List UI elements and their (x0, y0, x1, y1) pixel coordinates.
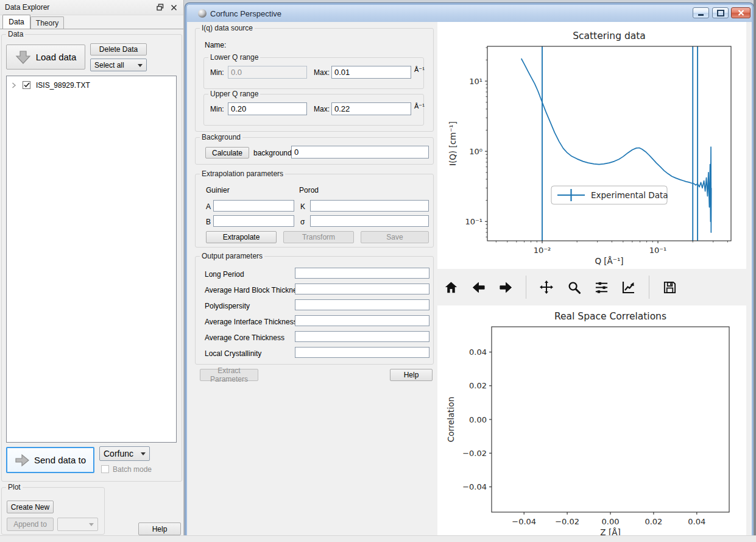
background-group: Background Calculate background (195, 137, 434, 165)
toolbar-separator (526, 276, 526, 299)
guinier-a-label: A (206, 202, 211, 211)
maximize-button[interactable] (712, 7, 729, 18)
load-data-label: Load data (36, 52, 77, 62)
list-item[interactable]: ISIS_98929.TXT (7, 79, 176, 91)
lower-q-range-group: Lower Q range Min: Max: Å⁻¹ (203, 57, 424, 89)
long-period-input[interactable] (295, 268, 429, 279)
avg-interface-input[interactable] (295, 315, 429, 326)
perspective-combo[interactable]: Corfunc (99, 446, 150, 461)
save-icon[interactable] (662, 280, 677, 294)
svg-text:Scattering data: Scattering data (573, 30, 646, 41)
matplotlib-toolbar (437, 269, 746, 305)
svg-text:−0.02: −0.02 (462, 449, 487, 458)
tab-data[interactable]: Data (2, 15, 30, 29)
svg-text:Correlation: Correlation (446, 397, 456, 442)
load-data-button[interactable]: Load data (6, 45, 85, 70)
lower-unit-label: Å⁻¹ (414, 66, 425, 74)
local-crystallinity-input[interactable] (295, 347, 429, 358)
window-titlebar[interactable]: Corfunc Perspective (187, 5, 752, 22)
forward-icon[interactable] (498, 280, 513, 294)
guinier-b-input[interactable] (213, 215, 294, 227)
subplots-icon[interactable] (594, 280, 609, 294)
polydispersity-label: Polydispersity (205, 302, 250, 310)
float-panel-icon[interactable] (155, 2, 165, 12)
expand-chevron-icon[interactable] (12, 82, 16, 88)
polydispersity-input[interactable] (295, 299, 429, 310)
svg-text:0.00: 0.00 (469, 415, 487, 424)
select-all-value: Select all (94, 61, 124, 70)
porod-k-label: K (300, 202, 305, 211)
minimize-icon (698, 14, 704, 16)
plot-groupbox: Plot Create New Append to (1, 487, 105, 535)
guinier-label: Guinier (206, 186, 230, 194)
svg-text:10⁻²: 10⁻² (534, 246, 551, 255)
svg-text:0.02: 0.02 (645, 517, 662, 526)
file-checkbox[interactable] (23, 81, 30, 89)
svg-text:10⁰: 10⁰ (469, 147, 482, 156)
append-plot-combo[interactable] (57, 518, 98, 531)
porod-sigma-input[interactable] (310, 215, 429, 227)
lower-min-input[interactable] (228, 66, 307, 79)
guinier-a-input[interactable] (213, 200, 294, 212)
transform-button[interactable]: Transform (283, 231, 354, 243)
extract-parameters-button[interactable]: Extract Parameters (200, 369, 258, 381)
delete-data-button[interactable]: Delete Data (90, 43, 147, 55)
scattering-chart[interactable]: 10⁻²10⁻¹10¹10⁰10⁻¹Scattering dataQ [Å⁻¹]… (437, 22, 746, 269)
iq-group-label: I(q) data source (200, 24, 255, 32)
pan-icon[interactable] (539, 280, 554, 294)
svg-text:0.00: 0.00 (602, 517, 620, 526)
batch-mode-checkbox[interactable] (101, 465, 109, 473)
extrapolation-group: Extrapolation parameters Guinier Porod A… (195, 174, 434, 248)
avg-core-label: Average Core Thickness (205, 333, 284, 342)
minimize-button[interactable] (693, 7, 709, 18)
correlation-chart[interactable]: −0.04−0.020.000.020.040.040.020.00−0.02−… (437, 305, 746, 537)
statusbar-strip (0, 535, 756, 542)
svg-text:Experimental Data: Experimental Data (591, 190, 668, 200)
select-all-combo[interactable]: Select all (90, 59, 147, 71)
home-icon[interactable] (443, 280, 458, 294)
tab-theory[interactable]: Theory (30, 16, 64, 29)
plot-groupbox-label: Plot (6, 483, 23, 491)
send-data-to-button[interactable]: Send data to (6, 447, 94, 473)
form-help-button[interactable]: Help (390, 369, 433, 381)
upper-max-label: Max: (314, 105, 330, 113)
guinier-b-label: B (206, 218, 211, 226)
app-logo-icon (198, 9, 207, 18)
upper-min-label: Min: (210, 105, 224, 113)
zoom-icon[interactable] (567, 280, 581, 294)
upper-q-range-group: Upper Q range Min: Max: Å⁻¹ (203, 94, 424, 126)
upper-max-input[interactable] (331, 102, 411, 115)
send-arrow-icon (15, 454, 29, 467)
close-button[interactable] (731, 7, 751, 18)
append-to-plot-button[interactable]: Append to (7, 518, 54, 531)
create-new-plot-button[interactable]: Create New (7, 501, 54, 513)
data-explorer-titlebar: Data Explorer (0, 0, 183, 15)
window-right-edge (754, 0, 756, 535)
extrapolation-group-label: Extrapolation parameters (200, 169, 285, 178)
porod-sigma-label: σ (300, 218, 305, 226)
close-panel-icon[interactable] (169, 2, 178, 12)
svg-text:0.04: 0.04 (469, 348, 487, 357)
data-file-list[interactable]: ISIS_98929.TXT (6, 76, 177, 443)
background-input[interactable] (291, 146, 429, 159)
back-icon[interactable] (471, 280, 486, 294)
customize-axes-icon[interactable] (621, 280, 636, 294)
porod-k-input[interactable] (310, 200, 429, 212)
output-parameters-group: Output parameters Long Period Average Ha… (195, 256, 434, 365)
svg-text:10⁻¹: 10⁻¹ (649, 246, 667, 255)
extrapolate-button[interactable]: Extrapolate (206, 231, 277, 243)
explorer-help-button[interactable]: Help (138, 522, 181, 535)
avg-hard-block-input[interactable] (295, 283, 429, 294)
data-explorer-panel: Data Explorer Data Theory Data Load data… (0, 0, 184, 535)
calculate-button[interactable]: Calculate (205, 147, 249, 159)
lower-max-input[interactable] (331, 66, 411, 79)
name-label: Name: (205, 41, 226, 49)
batch-mode-label: Batch mode (113, 465, 152, 474)
svg-text:0.04: 0.04 (688, 517, 705, 526)
svg-text:0.02: 0.02 (469, 381, 487, 390)
save-button[interactable]: Save (361, 231, 429, 243)
avg-core-input[interactable] (295, 331, 429, 342)
svg-text:Real Space Correlations: Real Space Correlations (554, 311, 666, 322)
upper-min-input[interactable] (228, 102, 307, 115)
send-data-to-label: Send data to (34, 455, 86, 465)
